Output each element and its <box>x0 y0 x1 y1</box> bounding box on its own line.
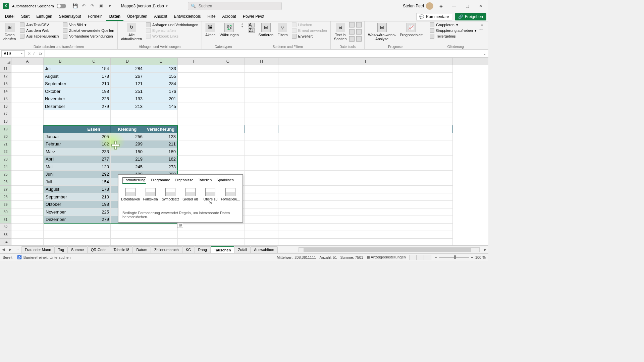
cell[interactable] <box>278 224 453 231</box>
qa-tab-sparklines[interactable]: Sparklines <box>216 177 233 184</box>
cell[interactable]: 155 <box>144 73 178 80</box>
row-header[interactable]: 25 <box>0 171 11 178</box>
row-header[interactable]: 22 <box>0 148 11 156</box>
spreadsheet-grid[interactable]: ABCDEFGHI 11Juli15428413312August1782671… <box>0 58 488 245</box>
cell[interactable] <box>178 95 211 103</box>
qa-item[interactable]: Formatieru... <box>222 188 239 205</box>
cell[interactable] <box>278 148 453 156</box>
cell[interactable] <box>77 224 111 231</box>
menu-tab-hilfe[interactable]: Hilfe <box>205 13 219 21</box>
cell[interactable] <box>278 208 453 216</box>
qa-tab-diagramme[interactable]: Diagramme <box>151 177 170 184</box>
sort-az-button[interactable]: A↓Z↓ <box>247 22 256 34</box>
row-header[interactable]: 30 <box>0 208 11 216</box>
cell[interactable]: 133 <box>144 65 178 73</box>
cell[interactable]: 120 <box>77 163 111 171</box>
row-header[interactable]: 31 <box>0 216 11 224</box>
tool-icon[interactable] <box>356 36 362 42</box>
cell[interactable] <box>245 156 278 163</box>
comments-button[interactable]: 💬 Kommentare <box>416 13 452 20</box>
menu-tab-überprüfen[interactable]: Überprüfen <box>124 13 150 21</box>
row-header[interactable]: 15 <box>0 95 11 103</box>
cell[interactable]: 245 <box>111 163 144 171</box>
sheet-tab[interactable]: Summe <box>67 246 88 253</box>
row-header[interactable]: 20 <box>0 133 11 141</box>
cell[interactable] <box>278 193 453 201</box>
currencies-button[interactable]: 💱Währungen <box>218 22 240 38</box>
existing-conn[interactable]: Vorhandene Verbindungen <box>61 34 115 39</box>
cell[interactable]: November <box>44 208 77 216</box>
tool-icon[interactable] <box>356 22 362 27</box>
cell[interactable] <box>211 95 245 103</box>
cell[interactable] <box>278 65 453 73</box>
cell[interactable] <box>11 186 44 193</box>
quick-analysis-handle[interactable]: ⊞ <box>177 222 183 228</box>
menu-tab-entwicklertools[interactable]: Entwicklertools <box>171 13 204 21</box>
menu-tab-datei[interactable]: Datei <box>2 13 17 21</box>
close-button[interactable]: ✕ <box>476 4 486 8</box>
queries-conn[interactable]: Abfragen und Verbindungen <box>145 22 200 27</box>
cell[interactable]: Juni <box>44 171 77 178</box>
cell[interactable] <box>11 103 44 111</box>
cell[interactable] <box>211 118 245 126</box>
row-header[interactable]: 34 <box>0 239 11 246</box>
cell[interactable] <box>11 148 44 156</box>
cell[interactable] <box>245 118 278 126</box>
qa-tab-ergebnisse[interactable]: Ergebnisse <box>175 177 193 184</box>
cell[interactable] <box>178 110 211 118</box>
cell[interactable]: 201 <box>144 95 178 103</box>
sheet-tab[interactable]: Tauschen <box>210 246 235 253</box>
cell[interactable] <box>245 224 278 231</box>
cell[interactable]: Juli <box>44 178 77 186</box>
menu-tab-formeln[interactable]: Formeln <box>85 13 106 21</box>
cell[interactable] <box>11 118 44 126</box>
name-box[interactable]: B19▾ <box>1 50 25 57</box>
cell[interactable] <box>245 95 278 103</box>
sort-button[interactable]: ⊞Sortieren <box>257 22 275 38</box>
cell[interactable] <box>44 118 77 126</box>
cell[interactable] <box>178 80 211 88</box>
cell[interactable] <box>278 140 453 148</box>
cell[interactable] <box>278 239 453 246</box>
cell[interactable] <box>211 125 245 133</box>
formula-input[interactable] <box>44 50 481 57</box>
row-header[interactable]: 33 <box>0 231 11 239</box>
qat-dropdown-icon[interactable]: ▾ <box>107 3 113 9</box>
cell[interactable] <box>278 171 453 178</box>
cell[interactable] <box>11 216 44 224</box>
cell[interactable] <box>245 125 278 133</box>
cell[interactable] <box>211 156 245 163</box>
cell[interactable]: 267 <box>111 73 144 80</box>
cell[interactable]: Februar <box>44 140 77 148</box>
sheet-tab[interactable]: Tabelle18 <box>110 246 133 253</box>
cell[interactable] <box>245 216 278 224</box>
tool-icon[interactable] <box>356 29 362 35</box>
col-header-D[interactable]: D <box>111 58 144 65</box>
sheet-tab[interactable]: KG <box>182 246 195 253</box>
cell[interactable] <box>11 110 44 118</box>
cell[interactable]: 178 <box>77 73 111 80</box>
menu-tab-acrobat[interactable]: Acrobat <box>219 13 239 21</box>
cell[interactable]: Dezember <box>44 103 77 111</box>
cell[interactable] <box>178 88 211 96</box>
cell[interactable] <box>278 88 453 96</box>
cell[interactable] <box>278 201 453 208</box>
view-break-icon[interactable] <box>424 255 431 260</box>
cell[interactable] <box>11 133 44 141</box>
cell[interactable]: Mai <box>44 163 77 171</box>
cell[interactable] <box>211 148 245 156</box>
cell[interactable] <box>11 201 44 208</box>
cell[interactable]: 154 <box>77 65 111 73</box>
cell[interactable] <box>245 110 278 118</box>
cell[interactable] <box>178 118 211 126</box>
row-header[interactable]: 28 <box>0 193 11 201</box>
cell[interactable] <box>278 178 453 186</box>
forecast-button[interactable]: 📈Prognoseblatt <box>398 22 424 38</box>
cell[interactable] <box>278 73 453 80</box>
cell[interactable] <box>77 231 111 239</box>
cell[interactable]: September <box>44 193 77 201</box>
sheet-tab[interactable]: QR-Code <box>87 246 110 253</box>
cell[interactable] <box>178 156 211 163</box>
cell[interactable] <box>178 163 211 171</box>
zoom-control[interactable]: −+ 100 % <box>435 255 486 259</box>
